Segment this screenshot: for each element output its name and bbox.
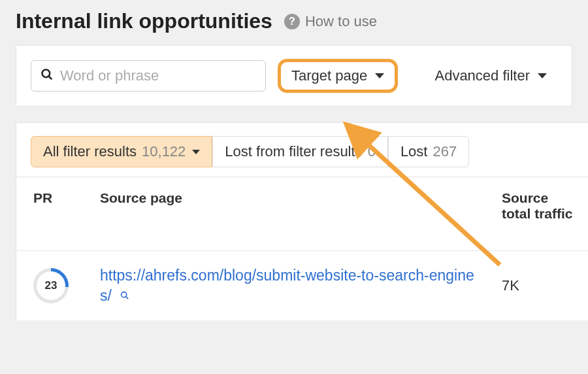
- tab-lost-filter-label: Lost from filter results: [225, 143, 362, 160]
- tab-all-filter-results[interactable]: All filter results 10,122: [31, 136, 212, 167]
- page-title: Internal link opportunities: [16, 9, 272, 33]
- result-tabs: All filter results 10,122 Lost from filt…: [16, 123, 588, 177]
- cell-source-page: https://ahrefs.com/blog/submit-website-t…: [88, 251, 490, 321]
- svg-line-3: [126, 297, 128, 299]
- results-panel: All filter results 10,122 Lost from filt…: [16, 122, 588, 321]
- tab-lost-count: 267: [433, 143, 457, 160]
- col-pr[interactable]: PR: [16, 177, 88, 251]
- filters-row: Target page Advanced filter: [16, 46, 572, 106]
- search-input-wrap[interactable]: [31, 60, 266, 92]
- how-to-use-link[interactable]: ? How to use: [284, 13, 377, 30]
- advanced-filter-label: Advanced filter: [434, 67, 530, 84]
- page-header: Internal link opportunities ? How to use: [0, 0, 588, 45]
- source-url-link[interactable]: https://ahrefs.com/blog/submit-website-t…: [100, 267, 474, 304]
- search-input[interactable]: [60, 67, 256, 84]
- filters-panel: Target page Advanced filter: [16, 45, 572, 107]
- tab-lost-filter-count: 0: [368, 143, 376, 160]
- help-icon: ?: [284, 14, 300, 29]
- tab-lost[interactable]: Lost 267: [388, 136, 469, 167]
- col-source-total-traffic[interactable]: Source total traffic: [490, 177, 588, 251]
- how-to-use-label: How to use: [305, 13, 377, 30]
- tab-all-label: All filter results: [43, 143, 137, 160]
- chevron-down-icon: [192, 150, 200, 154]
- pr-value: 23: [45, 279, 57, 292]
- table-row: 23 https://ahrefs.com/blog/submit-websit…: [16, 251, 588, 321]
- target-page-dropdown[interactable]: Target page: [278, 59, 398, 93]
- col-source-page[interactable]: Source page: [88, 177, 490, 251]
- target-page-dropdown-label: Target page: [291, 67, 367, 84]
- advanced-filter-dropdown[interactable]: Advanced filter: [424, 61, 557, 91]
- pr-gauge: 23: [33, 268, 69, 303]
- inspect-icon[interactable]: [120, 290, 130, 304]
- tab-lost-from-filter[interactable]: Lost from filter results 0: [212, 136, 388, 167]
- chevron-down-icon: [375, 73, 384, 78]
- search-icon: [41, 68, 54, 84]
- svg-line-1: [49, 76, 52, 78]
- results-table: PR Source page Source total traffic 23 h…: [16, 177, 588, 321]
- tab-all-count: 10,122: [142, 143, 186, 160]
- cell-pr: 23: [16, 251, 88, 321]
- tab-lost-label: Lost: [400, 143, 428, 160]
- chevron-down-icon: [538, 73, 547, 78]
- cell-traffic: 7K: [490, 251, 588, 321]
- table-header-row: PR Source page Source total traffic: [16, 177, 588, 251]
